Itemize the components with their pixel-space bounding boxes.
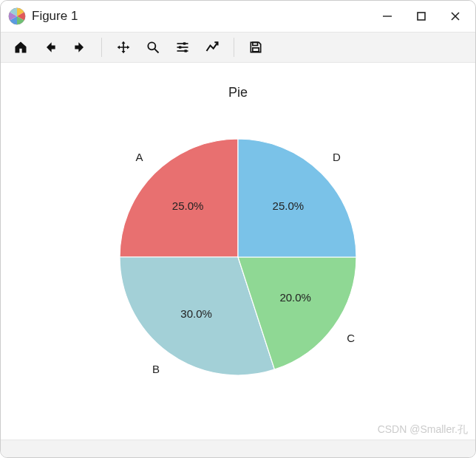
axes-edit-button[interactable] — [200, 35, 225, 60]
pie-cat-label: B — [152, 363, 160, 375]
svg-rect-10 — [179, 46, 181, 48]
close-button[interactable] — [438, 1, 472, 31]
pie-cat-label: C — [347, 332, 355, 344]
pie-cat-label: D — [333, 151, 341, 164]
app-icon — [8, 7, 26, 25]
pan-button[interactable] — [111, 35, 136, 60]
maximize-button[interactable] — [404, 1, 438, 31]
toolbar — [1, 32, 475, 63]
separator — [234, 38, 234, 57]
pie-chart: 25.0%A30.0%B20.0%C25.0%D — [83, 102, 393, 415]
svg-rect-8 — [183, 42, 186, 44]
pie-cat-label: A — [135, 151, 143, 164]
zoom-button[interactable] — [140, 35, 166, 60]
pie-pct-label: 25.0% — [172, 199, 204, 212]
back-button[interactable] — [38, 35, 63, 60]
svg-point-5 — [148, 42, 155, 49]
window-title: Figure 1 — [32, 9, 78, 24]
watermark: CSDN @Smaller.孔 — [378, 423, 468, 437]
svg-rect-2 — [418, 13, 425, 20]
statusbar — [1, 440, 475, 457]
minimize-button[interactable] — [370, 1, 404, 31]
separator — [101, 38, 102, 57]
forward-button[interactable] — [67, 35, 92, 60]
chart-canvas[interactable]: Pie 25.0%A30.0%B20.0%C25.0%D CSDN @Small… — [1, 63, 475, 440]
svg-rect-14 — [253, 48, 259, 52]
subplots-config-button[interactable] — [170, 35, 195, 60]
pie-pct-label: 30.0% — [180, 307, 212, 320]
chart-title: Pie — [1, 85, 475, 100]
window: Figure 1 — [0, 0, 476, 458]
svg-line-6 — [154, 49, 158, 52]
svg-rect-12 — [185, 49, 187, 52]
pie-pct-label: 25.0% — [273, 199, 305, 212]
titlebar: Figure 1 — [1, 1, 475, 32]
home-button[interactable] — [8, 35, 33, 60]
svg-rect-13 — [253, 42, 258, 45]
save-button[interactable] — [243, 35, 268, 60]
pie-pct-label: 20.0% — [279, 292, 311, 304]
